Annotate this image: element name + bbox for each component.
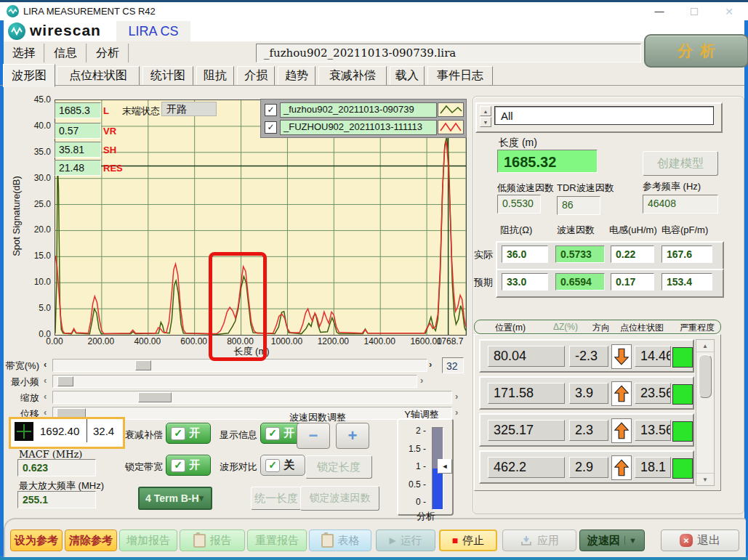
reset-report-button[interactable]: 重置报告: [247, 529, 307, 551]
set-reference-button[interactable]: 设为参考: [10, 529, 63, 551]
cell-impedance[interactable]: 36.0: [502, 245, 548, 263]
scroll-up-icon[interactable]: ▲: [696, 340, 714, 352]
wave-compare-toggle[interactable]: ✓ 关: [260, 455, 305, 476]
view-tab-event-log[interactable]: 事件日志: [427, 66, 493, 86]
view-tab-dielectric[interactable]: 介损: [237, 66, 275, 86]
ref-freq-value[interactable]: 46408: [643, 195, 718, 214]
attenuation-toggle[interactable]: ✓ 开: [166, 423, 211, 444]
cell-vop[interactable]: 0.5733: [555, 245, 605, 263]
analyze-button[interactable]: 分析: [644, 34, 748, 68]
minimize-button[interactable]: —: [647, 4, 672, 19]
maximize-button[interactable]: ☐: [682, 4, 707, 19]
apply-button[interactable]: 应用: [502, 529, 576, 551]
tdr-vop-label: TDR波速因数: [557, 182, 614, 195]
show-info-toggle-label: 显示信息: [220, 429, 257, 442]
max-freq-value[interactable]: 255.1: [17, 491, 96, 508]
add-report-button[interactable]: 增加报告: [119, 529, 177, 551]
cell-inductance[interactable]: 0.17: [611, 273, 654, 291]
title-bar[interactable]: LIRA MEASUREMENT CS R42 — ☐ ✕: [0, 2, 748, 20]
readout-vr[interactable]: 0.57: [55, 123, 101, 139]
slider-left-arrow-icon[interactable]: ‹: [44, 407, 47, 418]
unify-length-button[interactable]: 统一长度: [251, 487, 302, 510]
event-chart-value[interactable]: 14.46: [635, 346, 671, 367]
events-scrollbar[interactable]: ▲ ▼: [696, 339, 715, 486]
view-tab-statistics[interactable]: 统计图: [142, 66, 193, 86]
cell-impedance[interactable]: 33.0: [502, 273, 548, 291]
close-button[interactable]: ✕: [717, 4, 741, 19]
slider-thumb[interactable]: [135, 360, 151, 370]
slider-right-arrow-icon[interactable]: ›: [420, 375, 423, 386]
spinner-up-icon[interactable]: ▲: [480, 106, 491, 116]
event-chart-value[interactable]: 13.56: [635, 420, 671, 441]
event-chart-value[interactable]: 18.1: [635, 457, 671, 478]
events-col-severity: 严重程度: [680, 322, 715, 334]
filename-field[interactable]: _fuzhou902_20211013-090739.lira: [256, 44, 641, 62]
vop-dropdown-button[interactable]: 波速因 ▼: [579, 529, 645, 551]
event-deltaz: -2.3: [569, 346, 608, 367]
scrollbar-thumb[interactable]: [699, 354, 712, 398]
create-model-button[interactable]: 创建模型: [643, 151, 718, 176]
readout-length[interactable]: 1685.3: [55, 102, 101, 118]
segment-spinner[interactable]: ▲ ▼: [480, 106, 491, 126]
legend-checkbox[interactable]: ✓: [265, 104, 277, 116]
event-row[interactable]: 80.04 -2.3 14.46: [479, 339, 694, 373]
app-tab-lira-cs[interactable]: LIRA CS: [116, 21, 190, 41]
bandwidth-value[interactable]: 32: [442, 357, 464, 373]
lock-bandwidth-toggle[interactable]: ✓ 开: [166, 455, 211, 476]
run-button[interactable]: ▶ 运行: [376, 529, 435, 551]
readout-res[interactable]: 21.48: [55, 160, 101, 176]
stop-button[interactable]: ■ 停止: [439, 529, 497, 551]
clear-reference-button[interactable]: 清除参考: [65, 529, 117, 551]
length-value[interactable]: 1685.32: [497, 150, 598, 173]
slider-left-arrow-icon[interactable]: ‹: [44, 375, 47, 386]
slider-left-arrow-icon[interactable]: ‹: [44, 359, 47, 370]
tab-select[interactable]: 选择: [6, 44, 42, 62]
event-row[interactable]: 171.58 3.9 23.56: [479, 376, 694, 410]
view-tab-load[interactable]: 载入: [390, 66, 425, 86]
view-tab-waveform[interactable]: 波形图: [3, 64, 55, 87]
cell-capacitance[interactable]: 153.4: [661, 273, 712, 291]
min-freq-slider-label: 最小频: [6, 376, 39, 389]
macf-value[interactable]: 0.623: [17, 459, 96, 476]
slider-thumb[interactable]: [138, 392, 172, 402]
slider-right-arrow-icon[interactable]: ›: [429, 359, 432, 370]
slider-right-arrow-icon[interactable]: ›: [455, 391, 458, 402]
cursor-x-value: 1692.40: [40, 425, 79, 437]
event-chart-value[interactable]: 23.56: [635, 383, 671, 404]
lock-length-button[interactable]: 锁定长度: [305, 455, 372, 479]
slider-left-arrow-icon[interactable]: ‹: [44, 391, 47, 402]
spinner-down-icon[interactable]: ▼: [480, 117, 491, 127]
y-adjust-handle[interactable]: ◄: [438, 459, 452, 474]
report-button[interactable]: 报告: [180, 529, 245, 551]
tab-info[interactable]: 信息: [47, 44, 84, 62]
slider-thumb[interactable]: [57, 376, 73, 386]
vop-minus-button[interactable]: −: [297, 423, 330, 449]
cell-capacitance[interactable]: 167.6: [661, 245, 712, 263]
event-row[interactable]: 325.17 2.3 13.56: [479, 413, 694, 447]
scroll-down-icon[interactable]: ▼: [696, 473, 714, 485]
view-tab-trend[interactable]: 趋势: [278, 66, 315, 86]
slider-right-arrow-icon[interactable]: ›: [455, 407, 458, 418]
legend-checkbox[interactable]: ✓: [265, 121, 277, 134]
tab-analysis[interactable]: 分析: [89, 44, 126, 62]
model-dropdown[interactable]: 4 Term B-H ▼: [138, 487, 212, 510]
lf-vop-value[interactable]: 0.5530: [497, 195, 541, 214]
min-freq-slider[interactable]: 最小频 ‹ ›: [0, 375, 471, 388]
view-tab-point-bar[interactable]: 点位柱状图: [57, 66, 140, 86]
view-tab-attenuation[interactable]: 衰减补偿: [318, 66, 387, 86]
readout-sh[interactable]: 35.81: [55, 142, 101, 158]
segment-selector[interactable]: All: [494, 106, 714, 125]
table-button[interactable]: 表格: [309, 529, 371, 551]
zoom-slider[interactable]: 缩放 ‹ ›: [0, 391, 471, 404]
y-tick-label: 25.0: [20, 199, 51, 209]
tab-row-divider: [0, 85, 744, 86]
tdr-vop-value[interactable]: 86: [557, 196, 600, 215]
view-tab-impedance[interactable]: 阻抗: [196, 66, 234, 86]
lock-vop-button[interactable]: 锁定波速因数: [300, 486, 379, 511]
cursor-readout-panel[interactable]: 1692.40 32.4: [9, 417, 125, 449]
cell-vop[interactable]: 0.6594: [555, 273, 605, 291]
cell-inductance[interactable]: 0.22: [611, 245, 654, 263]
event-row[interactable]: 462.2 2.9 18.1: [479, 450, 694, 484]
vop-plus-button[interactable]: +: [336, 423, 369, 449]
exit-button[interactable]: ✕ 退出: [661, 529, 739, 551]
